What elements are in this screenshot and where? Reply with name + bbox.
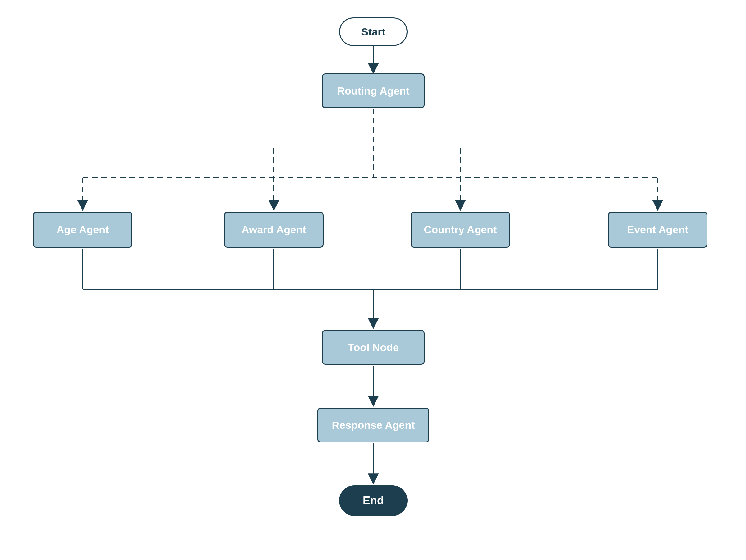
node-routing: Routing Agent [322,74,425,108]
node-age: Age Agent [33,212,133,248]
node-response-label: Response Agent [332,419,415,431]
node-event: Event Agent [608,212,708,248]
node-award-label: Award Agent [241,224,306,236]
node-tool-label: Tool Node [348,341,399,354]
node-event-label: Event Agent [627,224,688,236]
flowchart-canvas: Start Routing Agent Age Agent Award Agen… [0,0,746,560]
node-end: End [339,485,407,516]
node-age-label: Age Agent [57,224,109,236]
node-country-label: Country Agent [424,224,497,236]
node-award: Award Agent [224,212,323,248]
node-start-label: Start [361,26,385,38]
node-tool: Tool Node [322,330,425,365]
node-start: Start [339,18,407,46]
node-end-label: End [363,494,384,507]
node-routing-label: Routing Agent [337,85,410,97]
node-country: Country Agent [411,212,510,248]
node-response: Response Agent [317,408,429,443]
